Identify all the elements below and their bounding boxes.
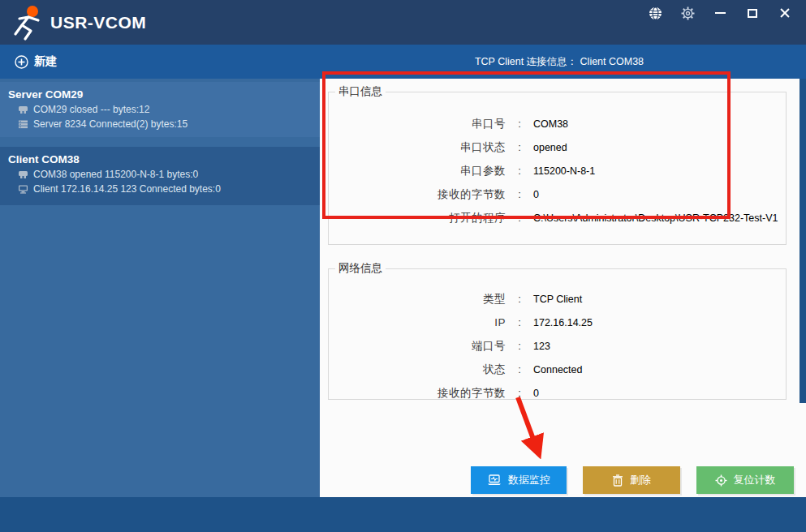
scrollbar[interactable] [800, 79, 806, 403]
info-row: 状态 : Connected [329, 358, 786, 381]
app-title: USR-VCOM [50, 0, 146, 45]
usr-vcom-window: USR-VCOM [0, 0, 806, 532]
data-monitor-label: 数据监控 [508, 473, 550, 487]
opened-program-value: C:\Users\Administrator\Desktop\USR-TCP23… [533, 212, 778, 224]
reset-count-button[interactable]: 复位计数 [696, 466, 794, 494]
monitor-icon [18, 185, 28, 194]
list-item-server-com29[interactable]: Server COM29 COM29 closed --- bytes:12 S… [0, 82, 320, 137]
data-monitor-button[interactable]: 数据监控 [471, 466, 567, 494]
list-item-client-com38[interactable]: Client COM38 COM38 opened 115200-N-8-1 b… [0, 147, 320, 205]
target-icon [715, 474, 727, 487]
serial-bytes-value: 0 [533, 189, 539, 200]
minimize-icon [715, 12, 726, 14]
network-info-title: 网络信息 [335, 261, 386, 276]
close-icon [779, 7, 791, 19]
info-row: 接收的字节数 : 0 [329, 381, 786, 405]
list-item-title: Client COM38 [0, 147, 320, 167]
gear-icon[interactable] [671, 0, 704, 26]
list-item-line-text: Server 8234 Connected(2) bytes:15 [33, 118, 187, 130]
list-item-line-text: COM38 opened 115200-N-8-1 bytes:0 [33, 169, 198, 180]
action-buttons: 数据监控 删除 [471, 466, 794, 494]
maximize-icon [748, 9, 757, 18]
new-connection-label: 新建 [34, 54, 57, 69]
title-bar: USR-VCOM [0, 0, 806, 45]
window-controls [639, 0, 801, 26]
net-bytes-value: 0 [533, 388, 539, 399]
serial-info-group: 串口信息 串口号 : COM38 串口状态 : opened 串口参数 : 11… [328, 84, 787, 245]
detail-panel: 串口信息 串口号 : COM38 串口状态 : opened 串口参数 : 11… [320, 79, 806, 497]
net-port-value: 123 [533, 341, 550, 352]
server-icon [18, 120, 28, 129]
serial-params-value: 115200-N-8-1 [533, 165, 595, 177]
list-item-line: Client 172.16.14.25 123 Connected bytes:… [0, 182, 320, 196]
info-row: 串口号 : COM38 [329, 112, 786, 135]
serial-port-icon [18, 170, 28, 179]
info-row: 接收的字节数 : 0 [329, 182, 786, 206]
toolbar: 新建 TCP Client 连接信息： Client COM38 [0, 45, 806, 79]
info-row: 类型 : TCP Client [329, 287, 786, 311]
info-row: 串口参数 : 115200-N-8-1 [329, 159, 786, 182]
close-button[interactable] [769, 0, 801, 26]
net-ip-value: 172.16.14.25 [533, 317, 593, 328]
list-item-line: COM29 closed --- bytes:12 [0, 102, 320, 117]
list-item-line: COM38 opened 115200-N-8-1 bytes:0 [0, 167, 320, 182]
maximize-button[interactable] [736, 0, 769, 26]
info-row: 端口号 : 123 [329, 334, 786, 358]
status-bar [0, 497, 806, 532]
serial-info-title: 串口信息 [335, 84, 386, 99]
info-row: IP : 172.16.14.25 [329, 311, 786, 334]
trash-icon [612, 474, 623, 487]
serial-port-icon [18, 105, 28, 114]
info-row: 串口状态 : opened [329, 135, 786, 159]
list-item-line: Server 8234 Connected(2) bytes:15 [0, 117, 320, 131]
connection-list: Server COM29 COM29 closed --- bytes:12 S… [0, 79, 320, 497]
network-info-group: 网络信息 类型 : TCP Client IP : 172.16.14.25 端… [328, 261, 787, 400]
net-type-value: TCP Client [533, 294, 582, 305]
serial-state-value: opened [533, 142, 567, 153]
usr-logo-icon [10, 4, 47, 41]
list-item-line-text: Client 172.16.14.25 123 Connected bytes:… [33, 183, 221, 195]
info-row: 打开的程序 : C:\Users\Administrator\Desktop\U… [329, 206, 786, 230]
list-item-title: Server COM29 [0, 82, 320, 102]
circle-plus-icon [15, 55, 28, 69]
delete-label: 删除 [630, 473, 651, 487]
net-state-value: Connected [533, 364, 582, 375]
laptop-wave-icon [487, 474, 502, 486]
connection-info-text: TCP Client 连接信息： Client COM38 [321, 45, 798, 79]
list-item-line-text: COM29 closed --- bytes:12 [33, 104, 149, 115]
serial-port-value: COM38 [533, 118, 568, 130]
globe-icon[interactable] [639, 0, 671, 26]
new-connection-button[interactable]: 新建 [15, 45, 57, 79]
minimize-button[interactable] [704, 0, 736, 26]
reset-count-label: 复位计数 [734, 473, 776, 487]
delete-button[interactable]: 删除 [583, 466, 680, 494]
